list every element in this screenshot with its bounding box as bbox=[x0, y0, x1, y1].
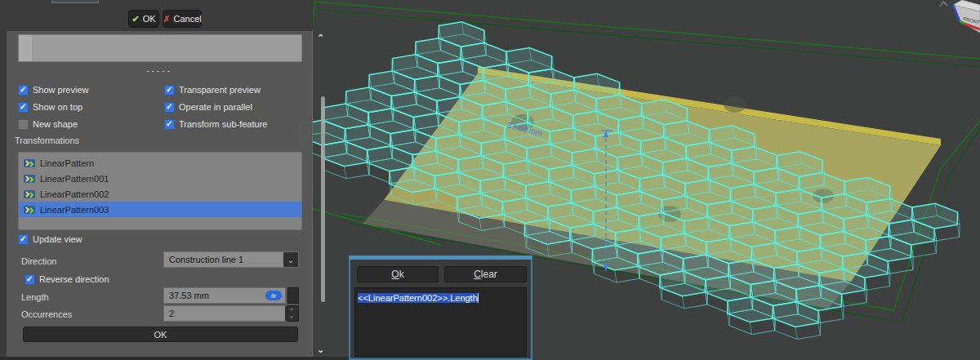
expression-fx-icon[interactable]: fx bbox=[265, 291, 282, 300]
formula-clear-button[interactable]: Clear bbox=[444, 266, 527, 282]
task-ok-label: OK bbox=[143, 14, 156, 24]
label-update-view: Update view bbox=[33, 234, 82, 244]
list-item-linearpattern003-selected[interactable]: LinearPattern003 bbox=[19, 202, 301, 217]
panel-ok-button[interactable]: OK bbox=[23, 327, 298, 342]
transformations-label: Transformations bbox=[15, 136, 79, 145]
checkbox-show-preview[interactable] bbox=[18, 85, 29, 96]
expression-text-area[interactable]: <<LinearPattern002>>.Length bbox=[354, 287, 527, 357]
task-cancel-label: Cancel bbox=[173, 14, 201, 24]
checkbox-update-view[interactable] bbox=[18, 234, 29, 245]
linear-pattern-icon bbox=[24, 189, 35, 199]
separator-dashes: ----- bbox=[7, 66, 312, 75]
expression-selected-text: <<LinearPattern002>>.Length bbox=[358, 293, 479, 303]
length-side-button[interactable] bbox=[287, 287, 299, 304]
transformations-list: LinearPattern LinearPattern001 LinearPat… bbox=[18, 152, 302, 230]
length-input[interactable]: 37.53 mm fx bbox=[163, 287, 286, 304]
list-item-label: LinearPattern bbox=[40, 158, 94, 168]
checkbox-reverse-direction[interactable] bbox=[24, 274, 35, 285]
direction-label: Direction bbox=[21, 256, 56, 266]
list-item-label: LinearPattern003 bbox=[40, 205, 109, 215]
checkbox-transparent-preview[interactable] bbox=[164, 85, 175, 96]
chevron-down-icon[interactable]: ⌄ bbox=[283, 252, 298, 267]
checkbox-new-shape[interactable] bbox=[18, 119, 29, 130]
checkbox-transform-sub-feature[interactable] bbox=[164, 119, 175, 130]
occurrences-value: 2 bbox=[169, 309, 174, 318]
window-left-edge bbox=[0, 31, 7, 360]
list-item-label: LinearPattern002 bbox=[40, 189, 109, 199]
occurrences-spinner[interactable]: ⌃⌄ bbox=[287, 305, 299, 322]
task-panel: ----- Show preview Show on top New shape… bbox=[7, 31, 313, 357]
formula-editor-dialog: Ok Clear <<LinearPattern002>>.Length bbox=[349, 256, 532, 360]
length-label: Length bbox=[21, 292, 49, 302]
list-item-linearpattern001[interactable]: LinearPattern001 bbox=[19, 171, 301, 186]
empty-group-box bbox=[18, 34, 302, 62]
list-item-linearpattern002[interactable]: LinearPattern002 bbox=[19, 186, 301, 202]
window-bottom-edge bbox=[0, 357, 351, 360]
checkbox-show-on-top[interactable] bbox=[18, 102, 29, 113]
direction-combobox[interactable]: Construction line 1 ⌄ bbox=[163, 251, 299, 268]
group-box-left-column bbox=[19, 35, 32, 61]
list-item-label: LinearPattern001 bbox=[40, 174, 109, 184]
spinner-arrows-icon[interactable]: ⌃⌄ bbox=[285, 306, 298, 321]
ok-check-icon: ✔ bbox=[131, 14, 139, 24]
scroll-up-icon[interactable]: ⌃ bbox=[317, 33, 324, 43]
scrollbar-thumb[interactable] bbox=[321, 96, 325, 302]
label-new-shape: New shape bbox=[33, 119, 78, 129]
formula-ok-button[interactable]: Ok bbox=[357, 266, 439, 282]
label-show-on-top: Show on top bbox=[33, 102, 82, 112]
direction-value: Construction line 1 bbox=[169, 255, 243, 264]
scroll-down-icon[interactable]: ⌄ bbox=[317, 344, 324, 355]
label-transparent-preview: Transparent preview bbox=[179, 85, 261, 95]
panel-ok-label: OK bbox=[154, 330, 167, 340]
task-ok-button[interactable]: ✔ OK bbox=[128, 10, 159, 28]
label-show-preview: Show preview bbox=[33, 85, 88, 95]
label-reverse-direction: Reverse direction bbox=[39, 274, 109, 284]
panel-scrollbar[interactable]: ⌃ ⌄ bbox=[313, 31, 333, 357]
checkbox-operate-in-parallel[interactable] bbox=[164, 102, 175, 113]
app-window: 37.53 mm FRONT ✔ OK ✗ Cancel bbox=[0, 0, 980, 360]
length-value: 37.53 mm bbox=[169, 291, 209, 300]
task-cancel-button[interactable]: ✗ Cancel bbox=[163, 10, 202, 28]
label-transform-sub-feature: Transform sub-feature bbox=[179, 119, 267, 129]
occurrences-input[interactable]: 2 bbox=[163, 305, 286, 322]
cancel-x-icon: ✗ bbox=[163, 14, 170, 24]
label-operate-in-parallel: Operate in parallel bbox=[179, 102, 252, 112]
linear-pattern-icon bbox=[24, 158, 35, 168]
linear-pattern-icon bbox=[24, 205, 35, 215]
linear-pattern-icon bbox=[24, 174, 35, 184]
formula-clear-label: Clear bbox=[474, 269, 497, 280]
occurrences-label: Occurrences bbox=[21, 309, 72, 319]
list-item-linearpattern[interactable]: LinearPattern bbox=[19, 155, 301, 171]
menu-remnant bbox=[51, 0, 99, 3]
formula-ok-label: Ok bbox=[391, 269, 403, 280]
